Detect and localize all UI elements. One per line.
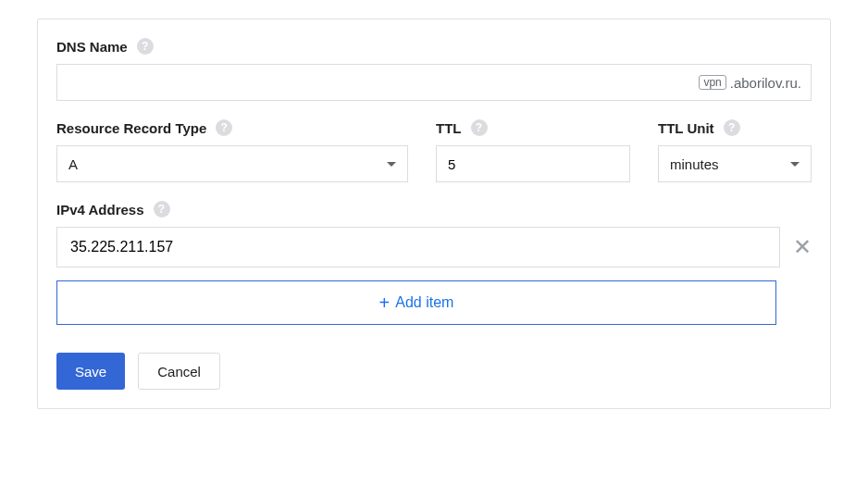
ipv4-address-row: ✕ — [56, 227, 812, 267]
ttl-unit-value: minutes — [670, 156, 790, 172]
record-type-label: Resource Record Type — [56, 120, 206, 136]
dns-name-field: DNS Name ? vpn .aborilov.ru. — [56, 38, 812, 101]
plus-icon: + — [379, 293, 391, 312]
record-type-value: A — [68, 156, 387, 172]
record-type-label-row: Resource Record Type ? — [56, 119, 408, 136]
ttl-unit-select[interactable]: minutes — [658, 145, 812, 182]
dns-record-form: DNS Name ? vpn .aborilov.ru. Resource Re… — [37, 19, 831, 409]
dns-name-input-wrapper[interactable]: vpn .aborilov.ru. — [56, 64, 812, 101]
ttl-field: TTL ? — [436, 119, 630, 182]
ipv4-field: IPv4 Address ? ✕ + Add item — [56, 201, 812, 325]
record-type-select[interactable]: A — [56, 145, 408, 182]
help-icon[interactable]: ? — [216, 119, 232, 136]
ipv4-label-row: IPv4 Address ? — [56, 201, 812, 218]
dns-domain-suffix: .aborilov.ru. — [730, 75, 801, 91]
help-icon[interactable]: ? — [471, 119, 488, 136]
dns-name-input[interactable] — [67, 65, 699, 100]
save-button[interactable]: Save — [56, 353, 125, 390]
record-ttl-row: Resource Record Type ? A TTL ? TTL Unit — [56, 119, 812, 182]
chevron-down-icon — [387, 162, 396, 167]
resource-record-type-field: Resource Record Type ? A — [56, 119, 408, 182]
ttl-unit-label: TTL Unit — [658, 120, 714, 136]
dns-name-suffix: vpn .aborilov.ru. — [699, 75, 801, 91]
ttl-input[interactable] — [436, 145, 630, 182]
add-item-label: Add item — [395, 294, 453, 311]
dns-name-label: DNS Name — [56, 39, 128, 55]
dns-name-label-row: DNS Name ? — [56, 38, 812, 55]
ttl-label-row: TTL ? — [436, 119, 630, 136]
ttl-unit-label-row: TTL Unit ? — [658, 119, 812, 136]
help-icon[interactable]: ? — [154, 201, 170, 218]
cancel-button[interactable]: Cancel — [138, 353, 220, 390]
ipv4-label: IPv4 Address — [56, 202, 144, 218]
ipv4-address-input[interactable] — [56, 227, 780, 267]
help-icon[interactable]: ? — [724, 119, 740, 136]
chevron-down-icon — [790, 162, 800, 167]
add-item-button[interactable]: + Add item — [56, 280, 776, 325]
ttl-unit-field: TTL Unit ? minutes — [658, 119, 812, 182]
close-icon[interactable]: ✕ — [793, 236, 812, 258]
help-icon[interactable]: ? — [137, 38, 154, 55]
action-buttons: Save Cancel — [56, 353, 812, 390]
vpn-badge: vpn — [699, 75, 725, 90]
ttl-label: TTL — [436, 120, 462, 136]
